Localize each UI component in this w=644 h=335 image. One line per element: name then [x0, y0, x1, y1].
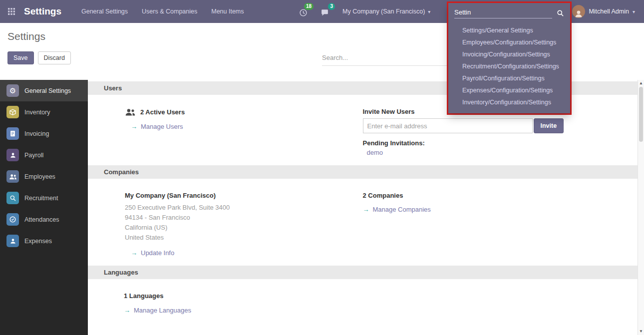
messages-button[interactable]: 3 [314, 6, 335, 17]
company-name: My Company (San Francisco) [342, 8, 425, 15]
menu-users-companies[interactable]: Users & Companies [135, 8, 204, 15]
discard-button[interactable]: Discard [38, 51, 71, 64]
invite-email-input[interactable] [363, 118, 533, 133]
pending-invitation-tag[interactable]: demo [363, 149, 383, 156]
apps-menu-icon[interactable] [0, 0, 23, 23]
scroll-down-arrow[interactable]: ▼ [638, 329, 644, 334]
sidebar-item-label: Invoicing [24, 130, 49, 137]
menu-search-result[interactable]: Invoicing/Configuration/Settings [448, 48, 570, 60]
search-input[interactable] [322, 54, 447, 61]
arrow-right-icon: → [131, 249, 137, 257]
update-info-link[interactable]: → Update Info [125, 249, 174, 257]
payroll-person-icon [6, 149, 19, 161]
sidebar-item-label: General Settings [24, 87, 71, 94]
manage-languages-link[interactable]: → Manage Languages [124, 307, 191, 314]
scroll-up-arrow[interactable]: ▲ [638, 81, 644, 85]
search-view [322, 53, 447, 66]
scrollbar-thumb[interactable] [639, 87, 643, 142]
section-header-languages: Languages [88, 266, 638, 279]
person-icon [574, 9, 583, 18]
sidebar-item-employees[interactable]: Employees [0, 166, 88, 187]
menu-search-result[interactable]: Inventory/Configuration/Settings [448, 96, 570, 108]
arrow-right-icon: → [363, 206, 369, 213]
user-menu[interactable]: Mitchell Admin ▾ [567, 5, 640, 18]
sidebar-item-payroll[interactable]: Payroll [0, 144, 88, 166]
sidebar-item-label: Employees [24, 173, 55, 180]
menu-search-result[interactable]: Expenses/Configuration/Settings [448, 84, 570, 96]
odoo-settings-app: Settings General Settings Users & Compan… [0, 0, 644, 335]
sidebar-item-general-settings[interactable]: ⚙ General Settings [0, 80, 88, 101]
sidebar-item-invoicing[interactable]: Invoicing [0, 123, 88, 144]
top-menu: General Settings Users & Companies Menu … [74, 8, 251, 15]
users-icon [125, 108, 136, 116]
settings-content: Users 2 Active Users → Manage Users Invi… [88, 80, 638, 335]
menu-search-results: Settings/General Settings Employees/Conf… [448, 21, 570, 113]
companies-count: 2 Companies [363, 192, 638, 199]
page-title: Settings [7, 30, 45, 42]
pending-invitations-title: Pending Invitations: [363, 139, 638, 147]
app-title[interactable]: Settings [24, 6, 61, 17]
sidebar-item-label: Recruitment [24, 195, 58, 202]
menu-search-dropdown: Settings/General Settings Employees/Conf… [448, 3, 570, 113]
companies-section: My Company (San Francisco) 250 Executive… [88, 179, 638, 266]
menu-general-settings[interactable]: General Settings [74, 8, 135, 15]
highlight-box: Settings/General Settings Employees/Conf… [447, 1, 572, 115]
sidebar-item-label: Expenses [24, 238, 52, 245]
menu-search-result[interactable]: Employees/Configuration/Settings [448, 36, 570, 48]
invite-button[interactable]: Invite [534, 118, 564, 133]
languages-count: 1 Languages [124, 292, 638, 300]
menu-search-result[interactable]: Settings/General Settings [448, 24, 570, 36]
avatar [572, 5, 585, 18]
menu-menu-items[interactable]: Menu Items [204, 8, 251, 15]
manage-users-link[interactable]: → Manage Users [125, 123, 183, 130]
section-header-companies: Companies [88, 165, 638, 179]
box-icon [6, 106, 19, 118]
expense-person-icon [6, 235, 19, 247]
activities-button[interactable]: 18 [293, 6, 314, 17]
people-icon [6, 170, 19, 183]
company-address-line: 250 Executive Park Blvd, Suite 3400 [125, 203, 338, 213]
control-panel-buttons: Save Discard [7, 51, 71, 64]
company-name-text: My Company (San Francisco) [125, 192, 338, 199]
active-users-count: 2 Active Users [140, 108, 185, 116]
sidebar-item-label: Attendances [24, 216, 59, 223]
settings-sidebar: ⚙ General Settings Inventory Invoicing [0, 80, 88, 335]
save-button[interactable]: Save [7, 51, 34, 64]
menu-search-result[interactable]: Recruitment/Configuration/Settings [448, 60, 570, 72]
magnifier-icon [6, 192, 19, 204]
activity-count-badge: 18 [304, 3, 314, 10]
company-switcher[interactable]: My Company (San Francisco) ▾ [335, 8, 437, 15]
sidebar-item-label: Payroll [24, 152, 43, 159]
languages-section: 1 Languages → Manage Languages [88, 279, 638, 323]
check-circle-icon [6, 213, 19, 226]
company-address-line: 94134 - San Francisco [125, 213, 338, 223]
vertical-scrollbar[interactable]: ▲ ▼ [638, 80, 644, 335]
invoice-document-icon [6, 127, 19, 140]
chevron-down-icon: ▾ [633, 9, 635, 14]
page-body: ⚙ General Settings Inventory Invoicing [0, 80, 644, 335]
arrow-right-icon: → [124, 307, 130, 314]
link-label: Manage Languages [134, 307, 191, 314]
company-address-line: United States [125, 233, 338, 243]
message-count-badge: 3 [328, 3, 335, 10]
gear-icon: ⚙ [6, 84, 19, 97]
grid-icon [8, 8, 15, 15]
link-label: Update Info [141, 249, 174, 257]
chat-bubble-icon [321, 8, 329, 17]
menu-search-result[interactable]: Payroll/Configuration/Settings [448, 72, 570, 84]
sidebar-item-expenses[interactable]: Expenses [0, 230, 88, 252]
link-label: Manage Users [141, 123, 183, 130]
chevron-down-icon: ▾ [428, 9, 430, 14]
sidebar-item-inventory[interactable]: Inventory [0, 101, 88, 123]
manage-companies-link[interactable]: → Manage Companies [363, 206, 431, 213]
sidebar-item-label: Inventory [24, 109, 50, 116]
arrow-right-icon: → [131, 123, 137, 130]
company-address-line: California (US) [125, 223, 338, 233]
search-icon [557, 9, 564, 17]
sidebar-item-recruitment[interactable]: Recruitment [0, 187, 88, 209]
user-name: Mitchell Admin [589, 8, 629, 15]
menu-search-input[interactable] [454, 7, 552, 18]
link-label: Manage Companies [373, 206, 431, 213]
sidebar-item-attendances[interactable]: Attendances [0, 209, 88, 230]
